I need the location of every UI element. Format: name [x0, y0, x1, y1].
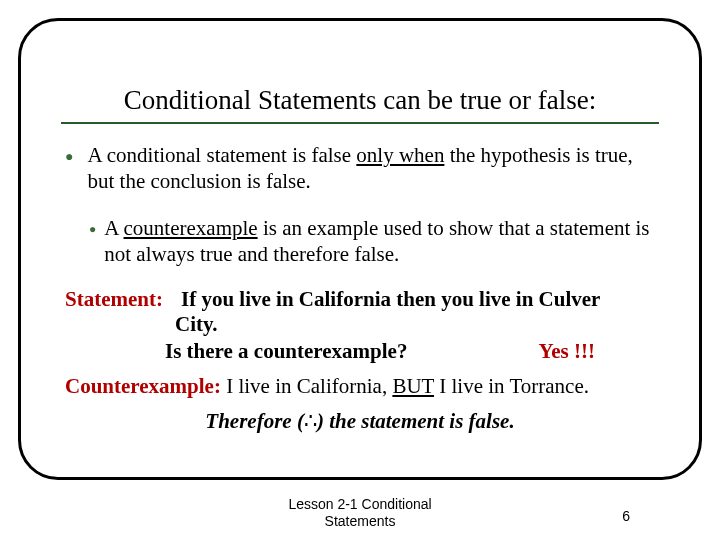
underlined-text: counterexample — [124, 216, 258, 240]
bullet-level2: ● A counterexample is an example used to… — [89, 215, 655, 268]
slide-title: Conditional Statements can be true or fa… — [55, 85, 665, 116]
text: ) the statement is false. — [317, 409, 515, 433]
bullet2-text: A counterexample is an example used to s… — [104, 215, 655, 268]
bullet-dot-icon: ● — [89, 222, 96, 268]
bullet-level1: ● A conditional statement is false only … — [65, 142, 655, 195]
statement-label: Statement: — [65, 287, 163, 312]
counterexample-line: Counterexample: I live in California, BU… — [65, 374, 655, 399]
bullet1-text: A conditional statement is false only wh… — [87, 142, 655, 195]
text: A — [104, 216, 123, 240]
counterexample-label: Counterexample: — [65, 374, 221, 398]
page-number: 6 — [622, 508, 630, 524]
question-row: Is there a counterexample? Yes !!! — [65, 343, 655, 364]
underlined-text: BUT — [392, 374, 434, 398]
statement-row: Statement: If you live in California the… — [65, 287, 655, 312]
text: I live in Torrance. — [434, 374, 589, 398]
footer-line2: Statements — [0, 513, 720, 530]
text: I live in California, — [221, 374, 392, 398]
slide-footer: Lesson 2-1 Conditional Statements — [0, 496, 720, 530]
statement-line2: City. — [175, 312, 655, 337]
bullet-dot-icon: ● — [65, 148, 73, 195]
question-text: Is there a counterexample? — [165, 339, 407, 364]
answer-text: Yes !!! — [538, 339, 595, 364]
slide: Conditional Statements can be true or fa… — [0, 0, 720, 540]
statement-line1: If you live in California then you live … — [181, 287, 600, 312]
slide-frame: Conditional Statements can be true or fa… — [18, 18, 702, 480]
text: A conditional statement is false — [87, 143, 356, 167]
footer-line1: Lesson 2-1 Conditional — [0, 496, 720, 513]
text: Therefore ( — [205, 409, 304, 433]
footer-title: Lesson 2-1 Conditional Statements — [0, 496, 720, 530]
spacer — [163, 287, 181, 312]
statement-block: Statement: If you live in California the… — [65, 287, 655, 337]
underlined-text: only when — [356, 143, 444, 167]
therefore-symbol: ∴ — [304, 409, 317, 433]
therefore-line: Therefore (∴) the statement is false. — [55, 409, 665, 434]
title-underline — [61, 122, 659, 124]
